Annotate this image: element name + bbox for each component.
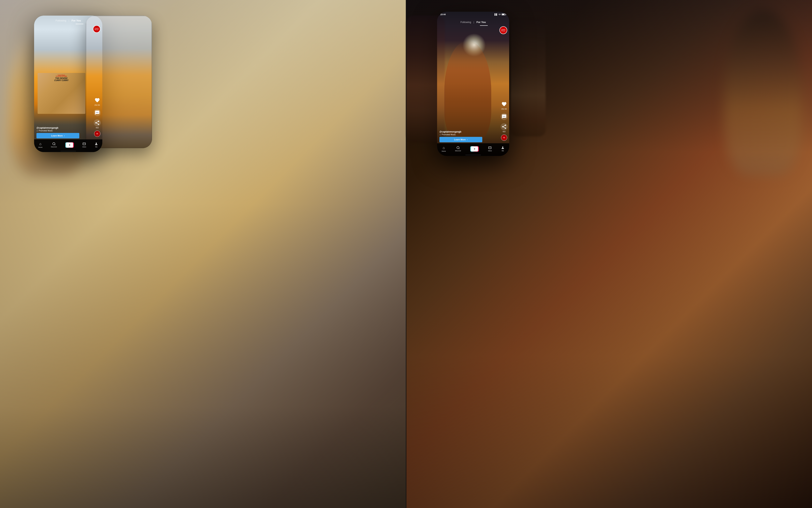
share-count-left: 502: [96, 127, 99, 129]
right-status-bar: 19:44 ▋▋: [437, 12, 509, 17]
learn-more-button-right[interactable]: Learn More ›: [440, 137, 482, 142]
music-label-left: ♫ Promoted Music: [37, 130, 92, 132]
bottom-nav-left: ⌂ Home Discover +: [34, 139, 102, 152]
svg-point-8: [457, 146, 459, 149]
home-label-right: Home: [442, 150, 446, 152]
foryou-tab-right[interactable]: For You: [477, 21, 486, 24]
share-button-right[interactable]: 502: [501, 123, 508, 133]
nav-plus-left[interactable]: +: [65, 142, 74, 148]
nav-underline-left: [76, 24, 83, 24]
following-tab-right[interactable]: Following: [460, 21, 471, 24]
comment-button-left[interactable]: [94, 109, 101, 116]
captain-morgan-logo-left: CaptainMorgan: [94, 28, 99, 30]
creator-name-left: @captainmorgangb: [37, 127, 92, 129]
wifi-icon-right: [498, 13, 501, 15]
nav-underline-right: [480, 25, 488, 26]
creator-avatar-left[interactable]: CaptainMorgan: [93, 25, 100, 33]
nav-me-left[interactable]: Me: [94, 142, 98, 148]
like-count-left: 252.5K: [94, 104, 100, 106]
signal-icon-right: ▋▋: [495, 13, 498, 15]
right-phone-screen: 19:44 ▋▋ Following | For You: [437, 12, 509, 156]
me-label-left: Me: [95, 146, 97, 148]
nav-me-right[interactable]: Me: [501, 146, 504, 152]
nav-inbox-right[interactable]: Inbox: [488, 146, 492, 152]
discover-icon-left: [52, 142, 56, 145]
status-icons-right: ▋▋: [495, 13, 506, 15]
inbox-icon-right: [488, 146, 492, 150]
share-icon-left: [94, 119, 101, 126]
nav-separator-left: |: [69, 19, 69, 22]
nav-home-left[interactable]: ⌂ Home: [38, 142, 42, 148]
bottom-info-right: @captainmorgangb ♫ Promoted Music Learn …: [440, 130, 498, 142]
learn-more-button-left[interactable]: Learn More ›: [37, 133, 79, 138]
svg-point-5: [503, 116, 503, 117]
right-nav-header: Following | For You: [437, 17, 509, 27]
left-nav-header: Following | For You: [34, 15, 102, 25]
captain-bottom-text-left: CaptMorga: [96, 133, 98, 134]
home-label-left: Home: [38, 146, 42, 148]
foryou-tab-left[interactable]: For You: [72, 19, 81, 22]
nav-separator-right: |: [473, 21, 474, 24]
right-section-extra-phone: [510, 19, 546, 136]
svg-point-1: [97, 112, 98, 113]
discover-label-right: Discover: [455, 150, 461, 152]
home-icon-left: ⌂: [39, 142, 42, 146]
comment-icon-right: [501, 113, 508, 120]
share-count-right: 502: [503, 131, 505, 133]
learn-more-arrow-right: ›: [467, 138, 468, 141]
svg-point-6: [504, 116, 504, 117]
me-icon-right: [501, 146, 504, 150]
share-icon-right: [501, 123, 508, 130]
creator-avatar-right[interactable]: CaptainMorgan: [499, 26, 507, 34]
nav-discover-right[interactable]: Discover: [455, 146, 461, 152]
heart-icon-left: [94, 97, 101, 104]
right-section-bg-phone: [406, 15, 445, 142]
svg-line-9: [459, 149, 459, 149]
action-buttons-right: 252.5K: [501, 100, 508, 133]
battery-icon-right: [502, 13, 506, 15]
music-label-right: ♫ Promoted Music: [440, 133, 498, 136]
svg-point-7: [505, 116, 505, 117]
svg-point-0: [96, 112, 97, 113]
following-tab-left[interactable]: Following: [55, 19, 66, 22]
nav-discover-left[interactable]: Discover: [51, 142, 57, 148]
svg-point-2: [98, 112, 98, 113]
right-phone: 19:44 ▋▋ Following | For You: [437, 12, 509, 156]
bottom-nav-right: ⌂ Home Discover +: [437, 143, 509, 156]
captain-bottom-avatar-right[interactable]: CaptMorga: [501, 134, 507, 141]
music-note-icon-right: ♫: [440, 133, 441, 136]
section-divider: [406, 0, 406, 508]
bottom-info-left: @captainmorgangb ♫ Promoted Music Learn …: [37, 127, 92, 138]
nav-plus-right[interactable]: +: [470, 146, 479, 152]
me-label-right: Me: [502, 150, 504, 152]
like-button-right[interactable]: 252.5K: [501, 100, 508, 110]
creator-name-right: @captainmorgangb: [440, 130, 498, 133]
comment-icon-left: [94, 109, 101, 116]
like-count-right: 252.5K: [501, 108, 507, 110]
comment-button-right[interactable]: [501, 113, 508, 120]
nav-inbox-left[interactable]: Inbox: [82, 142, 86, 148]
share-button-left[interactable]: 502: [94, 119, 101, 129]
discover-icon-right: [456, 146, 460, 150]
home-icon-right: ⌂: [443, 146, 445, 150]
captain-bottom-avatar-left[interactable]: CaptMorga: [94, 131, 100, 137]
captain-bottom-text-right: CaptMorga: [503, 137, 505, 138]
svg-point-3: [53, 142, 55, 145]
action-buttons-left: 252.5K: [94, 97, 101, 129]
inbox-label-right: Inbox: [488, 150, 492, 152]
nav-home-right[interactable]: ⌂ Home: [442, 146, 446, 152]
inbox-icon-left: [82, 142, 86, 145]
captain-morgan-logo-right: CaptainMorgan: [501, 29, 505, 31]
learn-more-arrow-left: ›: [64, 134, 65, 137]
discover-label-left: Discover: [51, 146, 57, 148]
status-time-right: 19:44: [440, 13, 446, 15]
svg-line-4: [54, 144, 55, 145]
me-icon-left: [94, 142, 98, 145]
heart-icon-right: [501, 100, 508, 108]
inbox-label-left: Inbox: [82, 146, 86, 148]
like-button-left[interactable]: 252.5K: [94, 97, 101, 106]
music-note-icon-left: ♫: [37, 130, 38, 132]
